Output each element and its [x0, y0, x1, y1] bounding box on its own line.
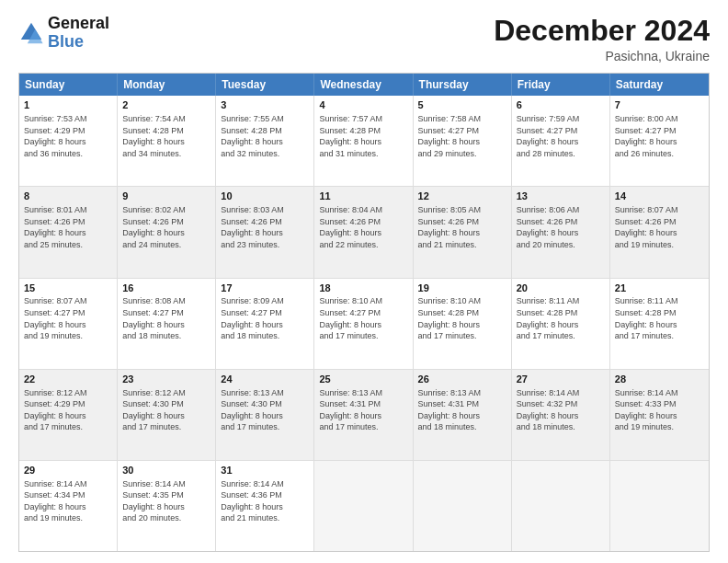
day-info: Sunrise: 8:05 AM Sunset: 4:26 PM Dayligh… — [418, 204, 506, 250]
day-info: Sunrise: 8:01 AM Sunset: 4:26 PM Dayligh… — [24, 204, 112, 250]
title-block: December 2024 Pasichna, Ukraine — [494, 15, 710, 63]
calendar-cell: 6Sunrise: 7:59 AM Sunset: 4:27 PM Daylig… — [512, 96, 610, 186]
calendar: SundayMondayTuesdayWednesdayThursdayFrid… — [18, 73, 710, 552]
calendar-cell: 14Sunrise: 8:07 AM Sunset: 4:26 PM Dayli… — [610, 187, 709, 277]
day-number: 15 — [24, 282, 112, 295]
logo: General Blue — [18, 15, 109, 52]
day-number: 10 — [221, 190, 309, 203]
day-info: Sunrise: 8:14 AM Sunset: 4:35 PM Dayligh… — [122, 478, 210, 524]
day-number: 14 — [615, 190, 704, 203]
calendar-cell: 3Sunrise: 7:55 AM Sunset: 4:28 PM Daylig… — [216, 96, 314, 186]
calendar-cell: 17Sunrise: 8:09 AM Sunset: 4:27 PM Dayli… — [216, 279, 314, 369]
calendar-cell: 10Sunrise: 8:03 AM Sunset: 4:26 PM Dayli… — [216, 187, 314, 277]
calendar-cell: 11Sunrise: 8:04 AM Sunset: 4:26 PM Dayli… — [314, 187, 413, 277]
day-info: Sunrise: 8:12 AM Sunset: 4:30 PM Dayligh… — [122, 387, 210, 433]
header: General Blue December 2024 Pasichna, Ukr… — [18, 15, 710, 63]
day-number: 21 — [615, 282, 704, 295]
day-number: 16 — [122, 282, 210, 295]
calendar-cell: 24Sunrise: 8:13 AM Sunset: 4:30 PM Dayli… — [216, 370, 314, 460]
calendar-cell: 31Sunrise: 8:14 AM Sunset: 4:36 PM Dayli… — [216, 461, 314, 551]
day-number: 23 — [122, 373, 210, 386]
day-info: Sunrise: 8:07 AM Sunset: 4:26 PM Dayligh… — [615, 204, 704, 250]
calendar-cell: 23Sunrise: 8:12 AM Sunset: 4:30 PM Dayli… — [118, 370, 216, 460]
day-number: 17 — [221, 282, 309, 295]
day-info: Sunrise: 8:14 AM Sunset: 4:33 PM Dayligh… — [615, 387, 704, 433]
day-info: Sunrise: 8:09 AM Sunset: 4:27 PM Dayligh… — [221, 295, 309, 341]
logo-icon — [18, 20, 44, 46]
day-info: Sunrise: 8:04 AM Sunset: 4:26 PM Dayligh… — [319, 204, 407, 250]
day-info: Sunrise: 7:55 AM Sunset: 4:28 PM Dayligh… — [221, 113, 309, 159]
calendar-row: 1Sunrise: 7:53 AM Sunset: 4:29 PM Daylig… — [19, 96, 709, 186]
day-number: 5 — [418, 98, 506, 112]
calendar-cell: 15Sunrise: 8:07 AM Sunset: 4:27 PM Dayli… — [19, 279, 118, 369]
calendar-header-cell: Saturday — [610, 74, 709, 96]
day-info: Sunrise: 8:11 AM Sunset: 4:28 PM Dayligh… — [615, 295, 704, 341]
calendar-cell: 20Sunrise: 8:11 AM Sunset: 4:28 PM Dayli… — [512, 279, 610, 369]
day-info: Sunrise: 8:06 AM Sunset: 4:26 PM Dayligh… — [517, 204, 605, 250]
calendar-body: 1Sunrise: 7:53 AM Sunset: 4:29 PM Daylig… — [19, 96, 709, 551]
calendar-cell: 29Sunrise: 8:14 AM Sunset: 4:34 PM Dayli… — [19, 461, 118, 551]
calendar-header-cell: Tuesday — [216, 74, 314, 96]
calendar-cell: 22Sunrise: 8:12 AM Sunset: 4:29 PM Dayli… — [19, 370, 118, 460]
calendar-cell: 26Sunrise: 8:13 AM Sunset: 4:31 PM Dayli… — [414, 370, 512, 460]
day-number: 27 — [517, 373, 605, 386]
calendar-header-cell: Wednesday — [314, 74, 413, 96]
day-number: 9 — [122, 190, 210, 203]
day-number: 8 — [24, 190, 112, 203]
day-info: Sunrise: 8:13 AM Sunset: 4:30 PM Dayligh… — [221, 387, 309, 433]
day-number: 6 — [517, 98, 605, 112]
calendar-row: 15Sunrise: 8:07 AM Sunset: 4:27 PM Dayli… — [19, 278, 709, 369]
day-info: Sunrise: 8:11 AM Sunset: 4:28 PM Dayligh… — [517, 295, 605, 341]
calendar-cell: 27Sunrise: 8:14 AM Sunset: 4:32 PM Dayli… — [512, 370, 610, 460]
calendar-cell: 12Sunrise: 8:05 AM Sunset: 4:26 PM Dayli… — [414, 187, 512, 277]
calendar-cell: 5Sunrise: 7:58 AM Sunset: 4:27 PM Daylig… — [414, 96, 512, 186]
day-info: Sunrise: 8:13 AM Sunset: 4:31 PM Dayligh… — [418, 387, 506, 433]
calendar-header-cell: Thursday — [414, 74, 512, 96]
day-number: 2 — [122, 98, 210, 112]
day-info: Sunrise: 8:14 AM Sunset: 4:34 PM Dayligh… — [24, 478, 112, 524]
day-info: Sunrise: 8:08 AM Sunset: 4:27 PM Dayligh… — [122, 295, 210, 341]
calendar-header: SundayMondayTuesdayWednesdayThursdayFrid… — [19, 74, 709, 96]
day-info: Sunrise: 8:10 AM Sunset: 4:27 PM Dayligh… — [319, 295, 407, 341]
calendar-cell: 2Sunrise: 7:54 AM Sunset: 4:28 PM Daylig… — [118, 96, 216, 186]
calendar-header-cell: Sunday — [19, 74, 118, 96]
day-number: 20 — [517, 282, 605, 295]
day-number: 7 — [615, 98, 704, 112]
day-number: 28 — [615, 373, 704, 386]
day-info: Sunrise: 8:07 AM Sunset: 4:27 PM Dayligh… — [24, 295, 112, 341]
day-info: Sunrise: 8:13 AM Sunset: 4:31 PM Dayligh… — [319, 387, 407, 433]
calendar-row: 8Sunrise: 8:01 AM Sunset: 4:26 PM Daylig… — [19, 186, 709, 277]
day-number: 26 — [418, 373, 506, 386]
day-info: Sunrise: 8:14 AM Sunset: 4:32 PM Dayligh… — [517, 387, 605, 433]
calendar-cell — [314, 461, 413, 551]
page: General Blue December 2024 Pasichna, Ukr… — [0, 0, 728, 563]
day-info: Sunrise: 7:57 AM Sunset: 4:28 PM Dayligh… — [319, 113, 407, 159]
calendar-cell: 13Sunrise: 8:06 AM Sunset: 4:26 PM Dayli… — [512, 187, 610, 277]
day-number: 22 — [24, 373, 112, 386]
day-number: 11 — [319, 190, 407, 203]
day-info: Sunrise: 7:58 AM Sunset: 4:27 PM Dayligh… — [418, 113, 506, 159]
calendar-cell: 7Sunrise: 8:00 AM Sunset: 4:27 PM Daylig… — [610, 96, 709, 186]
calendar-cell: 30Sunrise: 8:14 AM Sunset: 4:35 PM Dayli… — [118, 461, 216, 551]
day-info: Sunrise: 8:14 AM Sunset: 4:36 PM Dayligh… — [221, 478, 309, 524]
calendar-cell: 9Sunrise: 8:02 AM Sunset: 4:26 PM Daylig… — [118, 187, 216, 277]
day-info: Sunrise: 7:54 AM Sunset: 4:28 PM Dayligh… — [122, 113, 210, 159]
calendar-cell: 4Sunrise: 7:57 AM Sunset: 4:28 PM Daylig… — [314, 96, 413, 186]
calendar-cell — [414, 461, 512, 551]
day-info: Sunrise: 7:53 AM Sunset: 4:29 PM Dayligh… — [24, 113, 112, 159]
calendar-row: 29Sunrise: 8:14 AM Sunset: 4:34 PM Dayli… — [19, 460, 709, 551]
calendar-cell: 19Sunrise: 8:10 AM Sunset: 4:28 PM Dayli… — [414, 279, 512, 369]
day-number: 24 — [221, 373, 309, 386]
calendar-header-cell: Friday — [512, 74, 610, 96]
calendar-cell — [610, 461, 709, 551]
day-number: 31 — [221, 464, 309, 477]
calendar-cell: 25Sunrise: 8:13 AM Sunset: 4:31 PM Dayli… — [314, 370, 413, 460]
day-number: 19 — [418, 282, 506, 295]
day-info: Sunrise: 7:59 AM Sunset: 4:27 PM Dayligh… — [517, 113, 605, 159]
day-number: 4 — [319, 98, 407, 112]
day-number: 1 — [24, 98, 112, 112]
calendar-cell — [512, 461, 610, 551]
calendar-cell: 1Sunrise: 7:53 AM Sunset: 4:29 PM Daylig… — [19, 96, 118, 186]
calendar-header-cell: Monday — [118, 74, 216, 96]
day-number: 13 — [517, 190, 605, 203]
